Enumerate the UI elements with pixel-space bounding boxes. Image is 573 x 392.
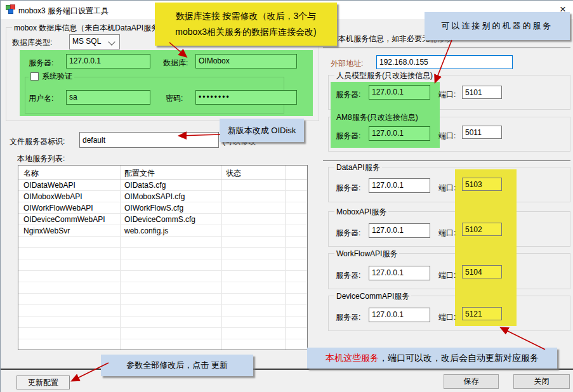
external-address-input[interactable]: 192.168.0.155: [376, 55, 513, 69]
svc-title: 人员模型服务(只改连接信息): [334, 70, 435, 81]
callout-db-line1: 数据库连接 按需修改（改后，3个与: [155, 8, 337, 24]
save-button[interactable]: 保存: [444, 374, 499, 389]
table-row[interactable]: OIDeviceCommWebAPIOIDeviceCommS.cfg: [18, 214, 307, 225]
svc-server-input[interactable]: 127.0.0.1: [369, 308, 430, 322]
svc-server-label: 服务器:: [336, 228, 360, 238]
svc-port-input[interactable]: 5102: [462, 223, 502, 236]
app-icon: [6, 4, 16, 15]
footer-divider: [1, 369, 573, 370]
table-row[interactable]: OIDataWebAPIOIDataS.cfg: [18, 180, 307, 191]
local-services-label: 本地服务列表:: [17, 154, 65, 164]
svc-server-input[interactable]: 127.0.0.1: [369, 85, 430, 100]
svc-port-label: 端口:: [438, 312, 456, 323]
external-address-label: 外部地址:: [331, 58, 363, 69]
svc-title: DataAPI服务: [334, 162, 382, 173]
col-name: 名称: [23, 168, 39, 179]
table-row[interactable]: OIMoboxWebAPIOIMoboxSAPI.cfg: [18, 191, 307, 202]
table-cell: OIWorkFlowS.cfg: [124, 202, 183, 214]
svc-port-label: 端口:: [438, 183, 456, 193]
col-config: 配置文件: [124, 168, 155, 179]
svc-title: DeviceCommAPI服务: [334, 291, 411, 302]
db-name-label: 数据库:: [163, 58, 188, 69]
table-cell: OIDataWebAPI: [23, 180, 76, 191]
db-password-label: 密码:: [166, 93, 183, 104]
svc-server-input[interactable]: 127.0.0.1: [369, 266, 430, 280]
callout-update-hint: 参数全部修改后，点击 更新: [101, 355, 253, 376]
db-groupbox-title: mobox 数据库信息（来自本机DataAPI服务: [12, 23, 161, 34]
table-cell: OIDeviceCommS.cfg: [124, 214, 195, 225]
svc-server-input[interactable]: 127.0.0.1: [369, 178, 430, 193]
checkbox-icon: [30, 72, 39, 81]
db-type-value: MS SQL: [72, 37, 101, 46]
col-status: 状态: [226, 168, 241, 179]
svc-server-label: 服务器:: [336, 270, 360, 281]
db-name-input[interactable]: OIMobox: [195, 54, 297, 69]
right-highlight-yellow: [455, 169, 517, 326]
svc-title: MoboxAPI服务: [334, 207, 388, 218]
callout-ports-hint: 本机这些服务，端口可以改，改后会自动更新对应服务: [307, 348, 557, 369]
file-server-input[interactable]: default: [79, 132, 219, 148]
svc-port-label: 端口:: [438, 89, 456, 100]
svc-server-label: 服务器:: [336, 131, 360, 141]
db-user-label: 用户名:: [29, 93, 53, 104]
table-header: 名称 配置文件 状态: [18, 166, 307, 180]
svc-port-label: 端口:: [438, 131, 456, 141]
table-row[interactable]: NginxWebSvrweb.config.js: [18, 225, 307, 237]
callout-oidisk: 新版本改成 OIDisk: [220, 119, 304, 142]
svc-server-input[interactable]: 127.0.0.1: [369, 126, 430, 141]
callout-db-line2: mobox3相关服务的数据库连接会改): [155, 24, 337, 40]
svc-server-input[interactable]: 127.0.0.1: [369, 223, 430, 238]
window-title: mobox3 服务端口设置工具: [18, 6, 109, 16]
arrow-port-area: [501, 328, 545, 350]
table-cell: NginxWebSvr: [23, 225, 70, 237]
svc-title: AM8服务(只改连接信息): [334, 112, 420, 123]
table-cell: OIWorkFlowWebAPI: [23, 202, 93, 214]
divider: [323, 160, 570, 161]
svc-port-label: 端口:: [438, 270, 456, 281]
callout-ports-red: 本机这些服务: [326, 353, 379, 363]
file-server-label: 文件服务器标识:: [10, 136, 65, 147]
db-type-select[interactable]: MS SQL: [69, 34, 120, 49]
svc-port-input[interactable]: 5104: [462, 265, 502, 278]
table-cell: OIMoboxSAPI.cfg: [124, 191, 185, 202]
callout-remote-services: 可以连接别的机器的服务: [425, 12, 570, 40]
svc-port-input[interactable]: 5011: [462, 126, 502, 139]
table-cell: OIDataS.cfg: [124, 180, 166, 191]
table-cell: OIDeviceCommWebAPI: [23, 214, 105, 225]
chevron-down-icon: [108, 38, 115, 45]
db-user-input[interactable]: sa: [66, 90, 150, 105]
callout-db-connection: 数据库连接 按需修改（改后，3个与 mobox3相关服务的数据库连接会改): [155, 3, 337, 46]
callout-ports-rest: ，端口可以改，改后会自动更新对应服务: [379, 353, 539, 363]
svc-port-input[interactable]: 5121: [462, 307, 502, 320]
table-cell: web.config.js: [124, 225, 168, 237]
svc-server-label: 服务器:: [336, 312, 360, 323]
db-password-input[interactable]: ••••••••: [195, 90, 297, 105]
svc-port-input[interactable]: 5101: [462, 86, 502, 99]
app-window: mobox3 服务端口设置工具 × mobox 数据库信息（来自本机DataAP…: [0, 0, 573, 392]
divider: [323, 48, 570, 48]
svc-port-label: 端口:: [438, 228, 456, 238]
svc-title: WorkFlowAPI服务: [334, 249, 399, 259]
close-button[interactable]: 关闭: [513, 374, 570, 389]
svc-server-label: 服务器:: [336, 89, 360, 100]
db-server-label: 服务器:: [29, 58, 53, 69]
update-config-button[interactable]: 更新配置: [16, 376, 70, 389]
db-type-label: 数据库类型:: [12, 37, 52, 48]
auth-checkbox[interactable]: 系统验证: [29, 71, 74, 82]
svc-server-label: 服务器:: [336, 183, 360, 193]
table-cell: OIMoboxWebAPI: [23, 191, 82, 202]
local-services-table[interactable]: 名称 配置文件 状态 OIDataWebAPIOIDataS.cfgOIMobo…: [18, 165, 308, 350]
db-server-input[interactable]: 127.0.0.1: [66, 54, 150, 69]
table-body: OIDataWebAPIOIDataS.cfgOIMoboxWebAPIOIMo…: [18, 180, 307, 350]
svc-port-input[interactable]: 5103: [462, 178, 502, 191]
table-row[interactable]: OIWorkFlowWebAPIOIWorkFlowS.cfg: [18, 202, 307, 214]
auth-checkbox-label: 系统验证: [42, 71, 72, 82]
